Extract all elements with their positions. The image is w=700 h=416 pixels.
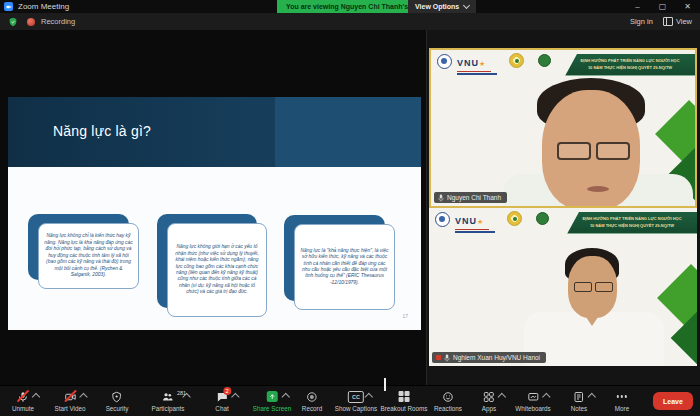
conference-logo-green-icon (536, 212, 549, 225)
recording-indicator-icon[interactable] (27, 18, 35, 26)
vnu-logo-text: VNU (457, 58, 479, 68)
participants-label: Participants (152, 405, 185, 412)
vnu-red-bar (455, 229, 489, 231)
slide-page-number: 17 (402, 313, 408, 319)
apps-label: Apps (482, 405, 496, 412)
chevron-up-icon[interactable] (588, 393, 596, 401)
show-captions-button[interactable]: CC Show Captions (335, 390, 377, 412)
more-button[interactable]: More (615, 390, 629, 412)
unmute-label: Unmute (12, 405, 34, 412)
conference-logo-green-icon (538, 54, 551, 67)
meeting-info-bar: Recording Sign in View (0, 13, 700, 30)
share-screen-button[interactable]: Share Screen (253, 390, 292, 412)
shared-screen-area: Năng lực là gì? Năng lực không chỉ là ki… (0, 30, 427, 385)
window-title: Zoom Meeting (18, 2, 69, 11)
vnu-red-bar (457, 71, 491, 73)
breakout-rooms-label: Breakout Rooms (381, 405, 428, 412)
whiteboard-icon (527, 391, 539, 403)
participants-icon (162, 391, 174, 403)
slide-header-band: Năng lực là gì? (8, 97, 421, 167)
conference-logo-yellow-icon (509, 53, 524, 68)
cc-icon: CC (348, 391, 364, 403)
security-shield-icon[interactable] (8, 17, 18, 27)
video-tile-nghiem-xuan-huy[interactable]: VNU★ ĐỊNH HƯỚNG PHÁT TRIỂN NĂNG LỰC NGƯỜ… (429, 208, 697, 366)
sign-in-button[interactable]: Sign in (630, 17, 653, 26)
share-screen-label: Share Screen (253, 405, 292, 412)
zoom-app-icon (4, 2, 13, 11)
notes-button[interactable]: Notes (571, 390, 587, 412)
video-sidebar: VNU★ ĐỊNH HƯỚNG PHÁT TRIỂN NĂNG LỰC NGƯỜ… (427, 30, 700, 385)
chevron-up-icon[interactable] (231, 393, 239, 401)
unmute-button[interactable]: Unmute (12, 390, 34, 412)
slide-title: Năng lực là gì? (53, 123, 151, 139)
breakout-rooms-button[interactable]: Breakout Rooms (381, 390, 428, 412)
zoom-meeting-window: Zoom Meeting You are viewing Nguyen Chi … (0, 0, 700, 416)
layout-grid-icon (663, 17, 673, 26)
show-captions-label: Show Captions (335, 405, 377, 412)
video-tile-nguyen-chi-thanh[interactable]: VNU★ ĐỊNH HƯỚNG PHÁT TRIỂN NĂNG LỰC NGƯỜ… (429, 48, 697, 208)
view-options-label: View Options (415, 3, 459, 10)
speaker1-mouth (587, 186, 609, 192)
reactions-button[interactable]: Reactions (434, 390, 462, 412)
chevron-up-icon[interactable] (281, 393, 289, 401)
title-bar: Zoom Meeting You are viewing Nguyen Chi … (0, 0, 700, 13)
conference-logo-yellow-icon (507, 211, 522, 226)
vnu-emblem-icon (437, 54, 452, 69)
quote-box-3: Năng lực là "khả năng thực hiện", là việ… (294, 224, 395, 310)
view-label: View (676, 17, 692, 26)
quote-box-1: Năng lực không chỉ là kiến thức hay kỹ n… (38, 223, 139, 289)
muted-mic-icon (444, 354, 450, 362)
speaker2-glasses (574, 282, 613, 292)
banner-line-2: 10 NĂM THỰC HIỆN NGHỊ QUYẾT 29-NQ/TW (588, 65, 672, 71)
chat-badge: 2 (223, 387, 231, 395)
record-label: Record (302, 405, 322, 412)
speaker1-glasses (557, 142, 630, 160)
vnu-star-icon: ★ (479, 60, 485, 67)
chevron-down-icon (463, 2, 470, 9)
chevron-up-icon[interactable] (498, 393, 506, 401)
chevron-up-icon[interactable] (542, 393, 550, 401)
whiteboards-label: Whiteboards (515, 405, 550, 412)
recording-label: Recording (41, 17, 75, 26)
leave-button[interactable]: Leave (653, 392, 693, 410)
whiteboards-button[interactable]: Whiteboards (515, 390, 550, 412)
quote-box-2: Năng lực không giới hạn ở các yếu tố nhậ… (167, 223, 267, 317)
chevron-up-icon[interactable] (183, 393, 191, 401)
apps-button[interactable]: Apps (482, 390, 496, 412)
muted-mic-icon (438, 194, 444, 202)
vnu-star-icon: ★ (477, 218, 483, 225)
maximize-button[interactable]: ▢ (650, 0, 675, 13)
close-button[interactable]: ✕ (675, 0, 700, 13)
shield-icon (111, 391, 123, 403)
notes-label: Notes (571, 405, 587, 412)
view-layout-button[interactable]: View (663, 17, 692, 26)
participants-button[interactable]: 281 Participants (152, 390, 185, 412)
participant-name: Nguyen Chi Thanh (447, 194, 501, 201)
apps-icon (483, 391, 495, 403)
security-button[interactable]: Security (106, 390, 129, 412)
start-video-button[interactable]: Start Video (54, 390, 85, 412)
chat-label: Chat (215, 405, 228, 412)
vnu-logo: VNU★ (457, 52, 497, 75)
reactions-label: Reactions (434, 405, 462, 412)
chevron-up-icon[interactable] (365, 393, 373, 401)
chevron-up-icon[interactable] (79, 393, 87, 401)
vnu-logo-text: VNU (455, 216, 477, 226)
notes-icon (573, 391, 585, 403)
participant-name: Nghiem Xuan Huy/VNU Hanoi (453, 354, 540, 361)
banner-line-2: 10 NĂM THỰC HIỆN NGHỊ QUYẾT 29-NQ/TW (590, 223, 674, 229)
more-label: More (615, 405, 629, 412)
chat-button[interactable]: 2 Chat (215, 390, 228, 412)
mouse-cursor (384, 378, 386, 391)
recording-dot-icon (436, 355, 441, 360)
presentation-slide: Năng lực là gì? Năng lực không chỉ là ki… (8, 97, 421, 330)
vnu-blue-bar (457, 73, 497, 75)
more-icon (617, 395, 628, 397)
vnu-emblem-icon (435, 212, 450, 227)
name-tag-1: Nguyen Chi Thanh (434, 192, 507, 203)
minimize-button[interactable]: – (625, 0, 650, 13)
view-options-button[interactable]: View Options (408, 0, 476, 13)
chevron-up-icon[interactable] (32, 393, 40, 401)
slide-body: Năng lực không chỉ là kiến thức hay kỹ n… (8, 167, 421, 330)
record-button[interactable]: Record (302, 390, 322, 412)
